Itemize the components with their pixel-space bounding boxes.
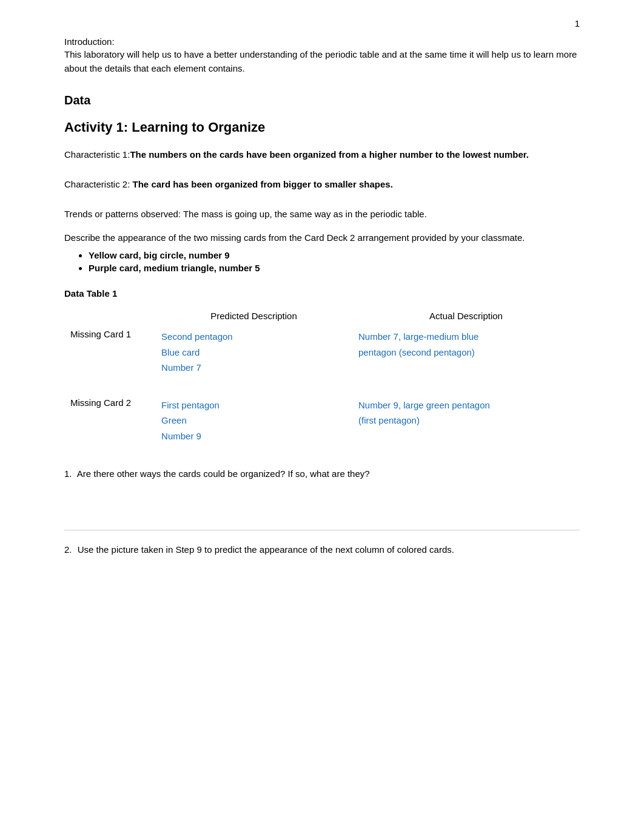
bullet-item-1: Yellow card, big circle, number 9: [89, 250, 580, 260]
table-col-actual: Actual Description: [352, 308, 580, 324]
data-table: Predicted Description Actual Description…: [64, 308, 580, 448]
missing-card-1-actual: Number 7, large-medium blue pentagon (se…: [352, 324, 580, 380]
bullet-list: Yellow card, big circle, number 9 Purple…: [89, 250, 580, 273]
characteristic2-value: The card has been organized from bigger …: [133, 179, 393, 189]
missing-card-2-label: Missing Card 2: [64, 393, 155, 449]
predicted-1-line2: Blue card: [161, 347, 200, 357]
introduction-label: Introduction:: [64, 36, 580, 47]
actual-1-line1: Number 7, large-medium blue: [358, 331, 478, 342]
trends-label: Trends or patterns observed:: [64, 209, 183, 219]
predicted-2-line2: Green: [161, 415, 187, 425]
question-1: 1. Are there other ways the cards could …: [64, 467, 580, 481]
trends-value: The mass is going up, the same way as in…: [183, 209, 427, 219]
question-2-text: Use the picture taken in Step 9 to predi…: [78, 544, 454, 555]
characteristic1-label: Characteristic 1:: [64, 149, 130, 160]
introduction-section: Introduction: This laboratory will help …: [64, 36, 580, 75]
question-2: 2. Use the picture taken in Step 9 to pr…: [64, 543, 580, 557]
separator-line: [64, 530, 580, 530]
actual-2-line2: (first pentagon): [358, 415, 420, 425]
characteristic2-label: Characteristic 2:: [64, 179, 133, 189]
characteristic2: Characteristic 2: The card has been orga…: [64, 177, 580, 192]
page-number: 1: [575, 18, 580, 29]
activity-heading: Activity 1: Learning to Organize: [64, 120, 580, 135]
trends: Trends or patterns observed: The mass is…: [64, 207, 580, 221]
characteristic1-value: The numbers on the cards have been organ…: [130, 149, 529, 160]
data-heading: Data: [64, 93, 580, 107]
table-row: Missing Card 1 Second pentagon Blue card…: [64, 324, 580, 380]
questions-section: 1. Are there other ways the cards could …: [64, 467, 580, 557]
predicted-2-line3: Number 9: [161, 431, 201, 441]
predicted-2-line1: First pentagon: [161, 400, 220, 410]
missing-card-2-predicted: First pentagon Green Number 9: [155, 393, 352, 449]
actual-2-line1: Number 9, large green pentagon: [358, 400, 490, 410]
question-1-number: 1.: [64, 467, 72, 481]
describe-text: Describe the appearance of the two missi…: [64, 231, 580, 245]
missing-card-1-predicted: Second pentagon Blue card Number 7: [155, 324, 352, 380]
predicted-1-line3: Number 7: [161, 362, 201, 373]
actual-1-line2: pentagon (second pentagon): [358, 347, 475, 357]
introduction-text: This laboratory will help us to have a b…: [64, 48, 580, 75]
table-row: Missing Card 2 First pentagon Green Numb…: [64, 393, 580, 449]
predicted-1-line1: Second pentagon: [161, 331, 233, 342]
table-gap: [64, 380, 580, 393]
question-2-number: 2.: [64, 543, 72, 557]
question-1-text: Are there other ways the cards could be …: [77, 468, 370, 479]
missing-card-2-actual: Number 9, large green pentagon (first pe…: [352, 393, 580, 449]
bullet-item-2: Purple card, medium triangle, number 5: [89, 263, 580, 273]
missing-card-1-label: Missing Card 1: [64, 324, 155, 380]
characteristic1: Characteristic 1:The numbers on the card…: [64, 147, 580, 162]
table-col-label: [64, 308, 155, 324]
data-table-title: Data Table 1: [64, 288, 580, 299]
table-col-predicted: Predicted Description: [155, 308, 352, 324]
